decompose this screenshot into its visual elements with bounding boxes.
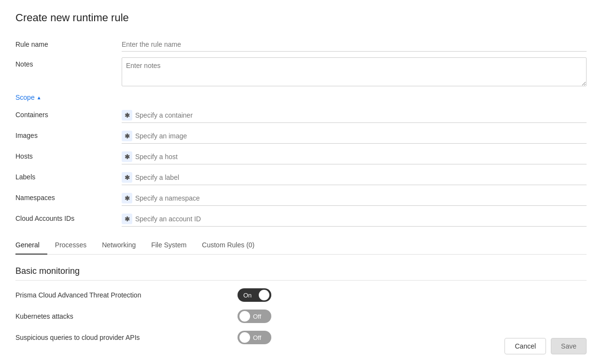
cloud-accounts-tag-wrap: ✱	[122, 212, 587, 227]
hosts-tag-wrap: ✱	[122, 149, 587, 164]
labels-tag-wrap: ✱	[122, 170, 587, 185]
namespaces-input-wrap: ✱	[122, 191, 587, 206]
toggle-2[interactable]: Off	[238, 331, 271, 344]
hosts-input-wrap: ✱	[122, 149, 587, 164]
labels-label: Labels	[15, 170, 122, 181]
toggle-label-0: On	[243, 292, 252, 299]
tabs-bar: GeneralProcessesNetworkingFile SystemCus…	[15, 236, 587, 255]
monitoring-row-1: Kubernetes attacksOff	[15, 310, 587, 323]
scope-header: Scope ▲	[15, 94, 587, 101]
notes-input-wrap	[122, 57, 587, 88]
namespaces-star-icon[interactable]: ✱	[122, 193, 132, 203]
namespaces-label: Namespaces	[15, 191, 122, 202]
notes-label: Notes	[15, 57, 122, 68]
toggle-label-2: Off	[253, 334, 261, 341]
cloud-accounts-star-icon[interactable]: ✱	[122, 214, 132, 224]
rule-name-input[interactable]	[122, 38, 587, 52]
tab-file-system[interactable]: File System	[143, 236, 194, 255]
basic-monitoring-title: Basic monitoring	[15, 266, 587, 276]
hosts-label: Hosts	[15, 149, 122, 160]
rule-name-label: Rule name	[15, 38, 122, 48]
tab-general[interactable]: General	[15, 236, 47, 255]
monitoring-label-0: Prisma Cloud Advanced Threat Protection	[15, 291, 238, 299]
footer-buttons: Cancel Save	[504, 338, 587, 354]
notes-row: Notes	[15, 57, 587, 88]
namespaces-row: Namespaces ✱	[15, 191, 587, 206]
rule-name-row: Rule name	[15, 38, 587, 52]
toggle-knob-0	[259, 290, 269, 300]
containers-row: Containers ✱	[15, 108, 587, 123]
tab-processes[interactable]: Processes	[47, 236, 94, 255]
toggle-0[interactable]: On	[238, 288, 271, 302]
containers-input[interactable]	[135, 111, 587, 119]
section-divider	[15, 280, 587, 281]
monitoring-rows: Prisma Cloud Advanced Threat ProtectionO…	[15, 288, 587, 344]
cloud-accounts-input[interactable]	[135, 215, 587, 223]
cancel-button[interactable]: Cancel	[504, 338, 546, 354]
cloud-accounts-input-wrap: ✱	[122, 212, 587, 227]
cloud-accounts-row: Cloud Accounts IDs ✱	[15, 212, 587, 227]
images-tag-wrap: ✱	[122, 129, 587, 144]
hosts-input[interactable]	[135, 153, 587, 161]
containers-label: Containers	[15, 108, 122, 119]
tab-custom-rules-0[interactable]: Custom Rules (0)	[194, 236, 262, 255]
monitoring-label-1: Kubernetes attacks	[15, 312, 238, 320]
scope-chevron-icon: ▲	[37, 95, 42, 100]
toggle-knob-2	[239, 332, 250, 343]
namespaces-input[interactable]	[135, 194, 587, 202]
monitoring-row-0: Prisma Cloud Advanced Threat ProtectionO…	[15, 288, 587, 302]
cloud-accounts-label: Cloud Accounts IDs	[15, 212, 122, 222]
toggle-knob-1	[239, 311, 250, 322]
images-input[interactable]	[135, 132, 587, 140]
notes-input[interactable]	[122, 57, 587, 86]
images-star-icon[interactable]: ✱	[122, 131, 132, 141]
images-row: Images ✱	[15, 129, 587, 144]
toggle-1[interactable]: Off	[238, 310, 271, 323]
hosts-star-icon[interactable]: ✱	[122, 151, 132, 162]
namespaces-tag-wrap: ✱	[122, 191, 587, 206]
tab-networking[interactable]: Networking	[94, 236, 143, 255]
monitoring-row-2: Suspicious queries to cloud provider API…	[15, 331, 587, 344]
rule-name-input-wrap	[122, 38, 587, 52]
page-title: Create new runtime rule	[15, 12, 587, 24]
containers-star-icon[interactable]: ✱	[122, 110, 132, 121]
images-label: Images	[15, 129, 122, 139]
toggle-label-1: Off	[253, 313, 261, 320]
monitoring-label-2: Suspicious queries to cloud provider API…	[15, 334, 238, 341]
labels-star-icon[interactable]: ✱	[122, 172, 132, 183]
scope-label: Scope	[15, 94, 35, 101]
images-input-wrap: ✱	[122, 129, 587, 144]
scope-toggle[interactable]: Scope ▲	[15, 94, 587, 101]
containers-tag-wrap: ✱	[122, 108, 587, 123]
containers-input-wrap: ✱	[122, 108, 587, 123]
labels-row: Labels ✱	[15, 170, 587, 185]
labels-input-wrap: ✱	[122, 170, 587, 185]
save-button[interactable]: Save	[551, 338, 587, 354]
labels-input[interactable]	[135, 174, 587, 181]
hosts-row: Hosts ✱	[15, 149, 587, 164]
